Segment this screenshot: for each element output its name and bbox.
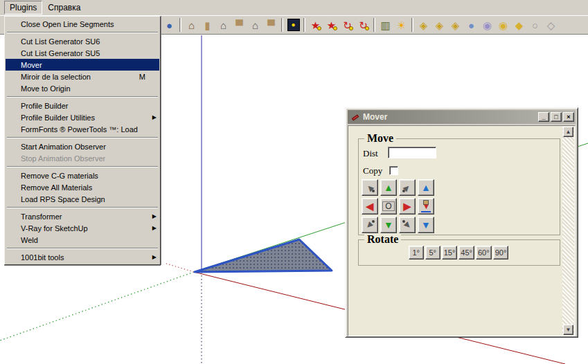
origin-icon: O — [382, 201, 394, 211]
coins-icon[interactable]: ◉ — [495, 17, 511, 33]
menu-item-start-animation-observer[interactable]: Start Animation Observer — [6, 140, 159, 152]
menu-item-cut-list-generator-su6[interactable]: Cut List Generator SU6 — [6, 35, 159, 47]
menu-item-vray-for-sketchup[interactable]: V-Ray for SketchUp▶ — [6, 222, 159, 234]
dist-label: Dist — [363, 148, 378, 159]
rotate-1-button[interactable]: 1° — [409, 246, 424, 260]
mover-dialog: Mover _ □ × ▲ ▼ Move Dist Copy ▲ ▲ ▲ ▲ — [345, 107, 578, 338]
arrow-z-up-icon: ▲ — [421, 183, 431, 192]
drop-arrow-icon: ▼ — [422, 203, 430, 210]
arrow-z-down-icon: ▼ — [421, 220, 431, 230]
pinwheel-icon-1[interactable]: ★ — [308, 17, 323, 33]
selected-triangle-face[interactable] — [195, 239, 332, 272]
house-roof-icon[interactable]: ⌂ — [184, 17, 199, 33]
rotate-5-button[interactable]: 5° — [425, 246, 440, 260]
move-up-right-button[interactable]: ▲ — [399, 179, 416, 196]
globe-icon[interactable]: ◉ — [479, 17, 495, 33]
menu-item-label: Profile Builder — [21, 102, 155, 110]
scroll-up-icon[interactable]: ▲ — [563, 127, 573, 137]
wall-panel-icon[interactable]: ▀ — [263, 17, 279, 33]
menu-item-label: Transformer — [21, 212, 152, 221]
move-z-up-button[interactable]: ▲ — [418, 179, 434, 196]
menu-item-formfonts-powertools-load[interactable]: FormFonts ® PowerTools ™: Load — [6, 123, 159, 135]
menu-item-weld[interactable]: Weld — [6, 234, 159, 246]
menu-item-label: V-Ray for SketchUp — [21, 224, 152, 233]
origin-button[interactable]: O — [380, 198, 397, 215]
menu-item-miroir-de-la-selection[interactable]: Miroir de la selectionM — [6, 71, 159, 82]
menu-item-cut-list-generator-su5[interactable]: Cut List Generator SU5 — [6, 47, 159, 59]
menubar: Plugins Справка — [0, 0, 588, 15]
yellow-dot — [333, 26, 337, 30]
scroll-down-icon[interactable]: ▼ — [563, 325, 573, 335]
rotate-90-button[interactable]: 90° — [493, 246, 509, 260]
menu-item-label: Start Animation Observer — [21, 143, 155, 151]
move-right-button[interactable]: ▶ — [399, 198, 416, 215]
menu-item-close-open-line-segments[interactable]: Close Open Line Segments — [6, 18, 159, 30]
menu-item-mover[interactable]: Mover — [6, 59, 159, 71]
tag-icon-2[interactable]: ◈ — [431, 17, 447, 33]
green-axis-dotted — [0, 272, 194, 340]
move-down-right-button[interactable]: ▼ — [399, 217, 416, 233]
menu-separator — [7, 207, 158, 208]
pivot-dot — [402, 220, 405, 223]
menu-item-profile-builder-utilities[interactable]: Profile Builder Utilities▶ — [6, 111, 159, 123]
menu-item-transformer[interactable]: Transformer▶ — [6, 210, 159, 222]
dialog-scrollbar[interactable]: ▲ ▼ — [562, 127, 574, 335]
move-up-button[interactable]: ▲ — [380, 179, 397, 196]
menu-item-label: Move to Origin — [21, 84, 155, 93]
door-icon[interactable]: ▮ — [199, 17, 215, 33]
menubar-item-plugins[interactable]: Plugins — [4, 1, 42, 15]
rotate-square-icon[interactable]: ↻ — [355, 17, 371, 33]
menubar-item-help[interactable]: Справка — [42, 1, 86, 15]
rotate-buttons-row: 1° 5° 15° 45° 60° 90° — [359, 246, 560, 260]
copy-checkbox[interactable] — [389, 166, 398, 175]
menu-item-remove-all-materials[interactable]: Remove All Materials — [6, 181, 159, 193]
sun-icon[interactable]: ☀ — [393, 17, 409, 33]
menu-item-label: FormFonts ® PowerTools ™: Load — [21, 125, 155, 134]
menu-separator — [7, 32, 158, 33]
menu-item-remove-cg-materials[interactable]: Remove C-G materials — [6, 170, 159, 181]
move-group: Move Dist Copy ▲ ▲ ▲ ▲ ◀ O ▶ — [358, 138, 560, 235]
pinwheel-icon-2[interactable]: ★ — [323, 17, 339, 33]
drop-to-ground-button[interactable]: ▼ — [418, 198, 434, 215]
menu-item-move-to-origin[interactable]: Move to Origin — [6, 82, 159, 94]
move-up-left-button[interactable]: ▲ — [362, 179, 378, 196]
mover-dialog-titlebar[interactable]: Mover _ □ × — [348, 110, 576, 124]
menu-item-label: Mover — [21, 61, 155, 69]
move-left-button[interactable]: ◀ — [362, 198, 378, 215]
menu-separator — [7, 166, 158, 167]
rotate-circle-icon[interactable]: ↻ — [339, 17, 355, 33]
move-down-button[interactable]: ▼ — [380, 217, 397, 233]
menu-separator — [7, 137, 158, 138]
rotate-45-button[interactable]: 45° — [458, 246, 474, 260]
house-outline-icon[interactable]: ⌂ — [247, 17, 263, 33]
close-button[interactable]: × — [563, 112, 574, 122]
arrow-down-icon: ▼ — [384, 220, 393, 230]
pivot-dot — [372, 190, 375, 192]
roof-panel-icon[interactable]: ▀ — [231, 17, 247, 33]
sphere-icon[interactable]: ● — [161, 17, 177, 33]
screenshot-icon[interactable]: ● — [285, 17, 301, 33]
rotate-15-button[interactable]: 15° — [442, 246, 458, 260]
move-arrow-grid: ▲ ▲ ▲ ▲ ◀ O ▶ ▼ — [362, 179, 436, 235]
yellow-dot — [365, 26, 369, 30]
blue-sphere-icon[interactable]: ● — [463, 17, 479, 33]
menu-item-load-rps-space-design[interactable]: Load RPS Space Design — [6, 193, 159, 205]
dist-input[interactable] — [388, 147, 436, 158]
move-down-left-button[interactable]: ▼ — [362, 217, 378, 233]
minimize-button[interactable]: _ — [538, 112, 549, 122]
circle-icon[interactable]: ○ — [527, 17, 543, 33]
maximize-button[interactable]: □ — [551, 112, 562, 122]
menu-separator — [7, 96, 158, 98]
menu-item-profile-builder[interactable]: Profile Builder — [6, 100, 159, 111]
gem-icon[interactable]: ◆ — [511, 17, 527, 33]
move-z-down-button[interactable]: ▼ — [418, 217, 434, 233]
menu-item-1001bit-tools[interactable]: 1001bit tools▶ — [6, 251, 159, 263]
tag-icon-1[interactable]: ◈ — [416, 17, 431, 33]
diamond-icon[interactable]: ◇ — [543, 17, 559, 33]
clipboard-icon[interactable]: ▥ — [377, 17, 393, 33]
rotate-60-button[interactable]: 60° — [476, 246, 492, 260]
house-icon[interactable]: ⌂ — [215, 17, 231, 33]
menu-shortcut: M — [139, 73, 145, 81]
arrow-up-icon: ▲ — [384, 183, 393, 192]
tag-icon-3[interactable]: ◈ — [447, 17, 463, 33]
